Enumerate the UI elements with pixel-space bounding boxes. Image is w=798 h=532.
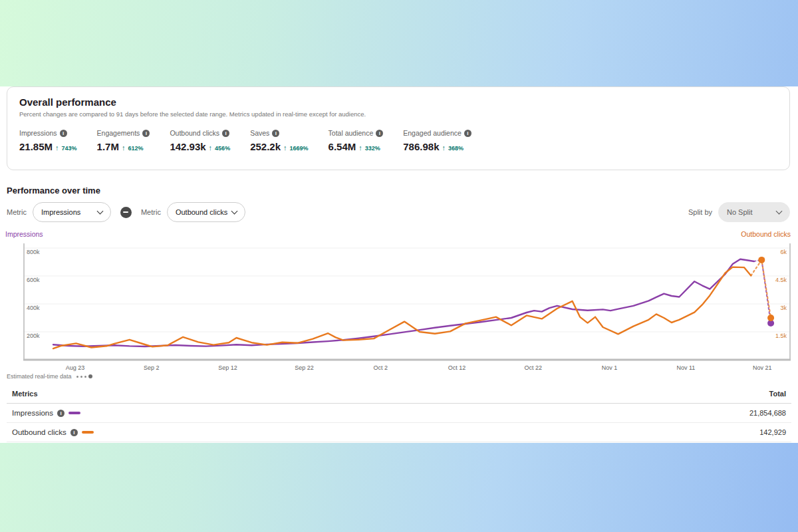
metric2-select-value: Outbound clicks — [176, 208, 227, 216]
estimated-data-legend: Estimated real-time data — [7, 373, 92, 380]
performance-over-time-title: Performance over time — [7, 186, 100, 196]
analytics-page: Overall performance Percent changes are … — [0, 0, 798, 532]
metrics-row: Impressionsi 21.85M↑743% Engagementsi 1.… — [19, 129, 789, 152]
svg-text:1.5k: 1.5k — [775, 332, 787, 339]
metric-label: Outbound clicks — [170, 129, 219, 137]
metric-label: Engaged audience — [403, 129, 462, 137]
svg-text:600k: 600k — [27, 277, 40, 283]
metric-value: 142.93k — [170, 141, 205, 152]
impressions-line-swatch — [68, 412, 80, 414]
chevron-down-icon — [231, 207, 237, 214]
up-arrow-icon: ↑ — [122, 144, 126, 152]
info-icon[interactable]: i — [376, 130, 383, 137]
overall-title: Overall performance — [19, 96, 789, 108]
chart-controls: Metric Impressions Metric Outbound click… — [7, 202, 790, 222]
metric-change: 456% — [215, 145, 230, 152]
metric-change: 612% — [128, 145, 143, 152]
metric-change: 743% — [62, 145, 77, 152]
svg-text:Oct 2: Oct 2 — [373, 364, 388, 371]
chevron-down-icon — [97, 207, 104, 214]
metric-change: 332% — [365, 145, 380, 152]
table-row-outbound-clicks: Outbound clicks i 142,929 — [7, 423, 791, 442]
metric-label: Total audience — [329, 129, 374, 137]
left-axis-series-label: Impressions — [5, 230, 43, 238]
chart-area: 800k6k600k4.5k400k3k200k1.5kAug 23Sep 2S… — [0, 239, 798, 380]
row-label: Impressions — [12, 409, 53, 417]
chevron-down-icon — [776, 207, 783, 214]
split-by-label: Split by — [688, 208, 712, 216]
metric-value: 1.7M — [97, 141, 119, 152]
axis-series-labels: Impressions Outbound clicks — [5, 230, 791, 238]
up-arrow-icon: ↑ — [55, 144, 59, 152]
svg-text:Sep 12: Sep 12 — [218, 364, 237, 371]
svg-text:Nov 1: Nov 1 — [602, 364, 618, 371]
split-by-select-value: No Split — [727, 208, 753, 216]
svg-text:4.5k: 4.5k — [775, 277, 787, 283]
metric-label: Engagements — [97, 129, 140, 137]
row-total: 21,854,688 — [749, 409, 786, 417]
metric1-select[interactable]: Impressions — [33, 202, 111, 222]
table-header-metrics: Metrics — [12, 390, 38, 398]
svg-text:Aug 23: Aug 23 — [66, 364, 85, 371]
metric-value: 21.85M — [19, 141, 53, 152]
row-total: 142,929 — [759, 428, 786, 436]
metric-engaged-audience: Engaged audiencei 786.98k↑368% — [403, 129, 471, 152]
up-arrow-icon: ↑ — [209, 144, 213, 152]
metric-value: 786.98k — [403, 141, 439, 152]
metric-total-audience: Total audiencei 6.54M↑332% — [329, 129, 384, 152]
metrics-table: Metrics Total Impressions i 21,854,688 O… — [7, 387, 791, 442]
estimated-data-label: Estimated real-time data — [7, 373, 72, 380]
info-icon[interactable]: i — [272, 130, 279, 137]
metric-value: 252.2k — [250, 141, 281, 152]
metric-label-2: Metric — [141, 208, 161, 216]
table-header-total: Total — [769, 390, 786, 398]
table-row-impressions: Impressions i 21,854,688 — [7, 404, 791, 423]
remove-metric-button[interactable] — [120, 207, 132, 218]
outbound-clicks-line-swatch — [82, 431, 94, 434]
metric1-select-value: Impressions — [41, 208, 80, 216]
metric-label-1: Metric — [7, 208, 27, 216]
up-arrow-icon: ↑ — [283, 144, 287, 152]
info-icon[interactable]: i — [60, 130, 67, 137]
info-icon[interactable]: i — [142, 130, 150, 137]
table-header: Metrics Total — [7, 387, 791, 404]
info-icon[interactable]: i — [70, 429, 78, 436]
svg-text:Nov 21: Nov 21 — [753, 364, 772, 371]
metric-outbound-clicks: Outbound clicksi 142.93k↑456% — [170, 129, 230, 152]
split-by-select[interactable]: No Split — [718, 202, 790, 222]
minus-icon — [123, 211, 128, 213]
metric-engagements: Engagementsi 1.7M↑612% — [97, 129, 150, 152]
metric-change: 1669% — [290, 145, 309, 152]
up-arrow-icon: ↑ — [442, 144, 446, 152]
svg-text:400k: 400k — [27, 305, 40, 311]
info-icon[interactable]: i — [464, 130, 471, 137]
info-icon[interactable]: i — [222, 130, 229, 137]
metric-value: 6.54M — [329, 141, 356, 152]
overall-performance-card: Overall performance Percent changes are … — [7, 86, 790, 170]
dotted-line-icon — [76, 374, 92, 378]
performance-chart: 800k6k600k4.5k400k3k200k1.5kAug 23Sep 2S… — [0, 239, 798, 380]
metric-change: 368% — [448, 145, 464, 152]
svg-text:Nov 11: Nov 11 — [676, 364, 695, 371]
metric-impressions: Impressionsi 21.85M↑743% — [19, 129, 77, 152]
svg-text:Oct 22: Oct 22 — [525, 364, 543, 371]
overall-subtitle: Percent changes are compared to 91 days … — [19, 110, 789, 118]
row-label: Outbound clicks — [12, 428, 66, 436]
svg-text:3k: 3k — [780, 305, 787, 311]
right-axis-series-label: Outbound clicks — [741, 230, 791, 238]
metric-saves: Savesi 252.2k↑1669% — [250, 129, 308, 152]
svg-text:6k: 6k — [780, 249, 787, 255]
up-arrow-icon: ↑ — [358, 144, 362, 152]
svg-text:Sep 2: Sep 2 — [144, 364, 160, 371]
metric-label: Saves — [250, 129, 269, 137]
svg-text:800k: 800k — [27, 249, 40, 255]
svg-text:200k: 200k — [27, 332, 40, 339]
info-icon[interactable]: i — [57, 410, 65, 417]
svg-text:Sep 22: Sep 22 — [295, 364, 314, 371]
metric-label: Impressions — [19, 129, 57, 137]
svg-text:Oct 12: Oct 12 — [448, 364, 466, 371]
metric2-select[interactable]: Outbound clicks — [167, 202, 245, 222]
